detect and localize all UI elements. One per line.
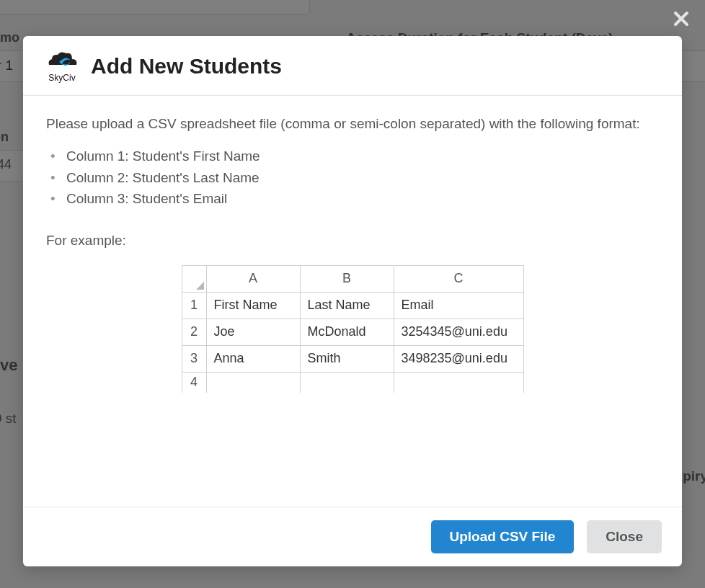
col-header-b: B <box>300 266 394 293</box>
cell: Joe <box>206 318 300 345</box>
cell: Last Name <box>300 293 394 319</box>
modal-body: Please upload a CSV spreadsheet file (co… <box>23 96 682 507</box>
cell <box>394 372 523 392</box>
skyciv-logo: SkyCiv <box>45 50 79 82</box>
row-header: 1 <box>182 293 206 319</box>
close-icon[interactable] <box>673 10 689 30</box>
modal-footer: Upload CSV File Close <box>23 507 682 566</box>
list-item: Column 3: Student's Email <box>50 188 659 209</box>
example-spreadsheet: A B C 1 First Name Last Name Email 2 Joe… <box>182 265 524 392</box>
upload-csv-button[interactable]: Upload CSV File <box>431 520 575 553</box>
col-header-c: C <box>394 266 523 293</box>
column-format-list: Column 1: Student's First Name Column 2:… <box>50 146 659 209</box>
add-students-modal: SkyCiv Add New Students Please upload a … <box>23 36 682 566</box>
list-item: Column 2: Student's Last Name <box>50 167 659 188</box>
modal-header: SkyCiv Add New Students <box>23 36 682 96</box>
cell: Email <box>394 293 523 319</box>
cell: 3254345@uni.edu <box>394 318 523 345</box>
row-header: 2 <box>182 318 206 345</box>
logo-text: SkyCiv <box>48 74 75 82</box>
cell: Anna <box>206 345 300 372</box>
modal-title: Add New Students <box>91 54 282 79</box>
cell: McDonald <box>300 318 394 345</box>
cell: First Name <box>206 293 300 319</box>
cell: 3498235@uni.edu <box>394 345 523 372</box>
example-label: For example: <box>46 230 659 251</box>
row-header: 4 <box>182 372 206 392</box>
row-header: 3 <box>182 345 206 372</box>
cell: Smith <box>300 345 394 372</box>
sheet-corner <box>182 266 206 293</box>
close-button[interactable]: Close <box>587 520 662 553</box>
list-item: Column 1: Student's First Name <box>50 146 659 166</box>
cell <box>206 372 300 392</box>
cell <box>300 372 394 392</box>
col-header-a: A <box>206 266 300 293</box>
instructions-text: Please upload a CSV spreadsheet file (co… <box>46 113 659 134</box>
